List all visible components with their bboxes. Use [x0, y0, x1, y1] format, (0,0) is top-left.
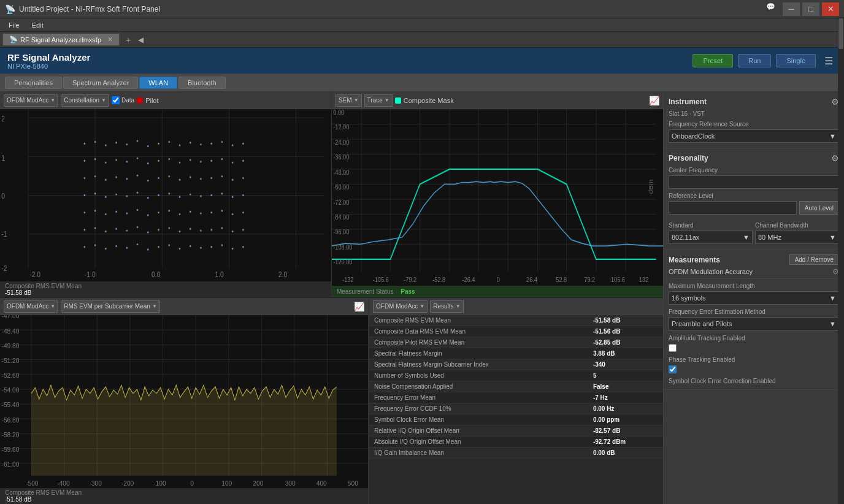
- main-tab[interactable]: 📡 RF Signal Analyzer.rfmxsfp ✕: [2, 33, 120, 46]
- svg-text:1: 1: [1, 154, 5, 162]
- nav-back-icon[interactable]: ◀: [138, 36, 144, 44]
- freq-ref-value: OnboardClock: [672, 132, 715, 140]
- svg-point-89: [242, 212, 244, 213]
- results-modacc-selector[interactable]: OFDM ModAcc ▼: [373, 300, 428, 313]
- close-button[interactable]: ✕: [822, 2, 839, 16]
- sem-label: SEM: [339, 97, 352, 104]
- svg-point-71: [221, 193, 223, 194]
- svg-point-36: [190, 159, 191, 161]
- svg-text:2.0: 2.0: [278, 270, 287, 278]
- amplitude-tracking-checkbox[interactable]: [669, 344, 677, 352]
- svg-text:-12.00: -12.00: [333, 123, 349, 131]
- sem-selector[interactable]: SEM ▼: [336, 94, 362, 107]
- svg-point-59: [94, 193, 96, 194]
- data-label: Data: [121, 97, 134, 104]
- svg-point-112: [147, 248, 149, 250]
- sem-expand-icon[interactable]: 📈: [649, 96, 659, 105]
- center-freq-input[interactable]: 2.412000000 GHz: [669, 175, 839, 189]
- channel-bw-dropdown[interactable]: 80 MHz ▼: [755, 231, 839, 244]
- results-type-label: Results: [433, 303, 453, 310]
- svg-point-60: [105, 196, 107, 198]
- max-meas-length-dropdown[interactable]: 16 symbols ▼: [669, 291, 839, 305]
- results-type-selector[interactable]: Results ▼: [430, 300, 463, 313]
- header-menu-icon[interactable]: ☰: [821, 53, 837, 69]
- run-button[interactable]: Run: [738, 54, 771, 67]
- data-checkbox-label[interactable]: Data: [112, 96, 134, 104]
- result-name: Composite Pilot RMS EVM Mean: [369, 337, 588, 348]
- svg-point-30: [126, 161, 128, 162]
- svg-point-104: [232, 231, 234, 232]
- freq-error-est-label: Frequency Error Estimation Method: [669, 308, 839, 315]
- svg-rect-132: [332, 109, 663, 272]
- tab-close-icon[interactable]: ✕: [107, 36, 113, 44]
- data-checkbox[interactable]: [112, 96, 120, 104]
- svg-point-64: [147, 197, 149, 199]
- minimize-button[interactable]: ─: [783, 2, 800, 16]
- sem-panel: SEM ▼ Trace ▼ Composite Mask 📈: [332, 92, 663, 297]
- evm-type-arrow: ▼: [152, 304, 157, 309]
- svg-text:-60.00: -60.00: [333, 183, 349, 191]
- evm-type-label: RMS EVM per Subcarrier Mean: [64, 303, 150, 310]
- svg-text:-105.6: -105.6: [373, 276, 389, 283]
- svg-point-57: [242, 177, 244, 179]
- phase-tracking-checkbox[interactable]: [669, 365, 677, 373]
- preset-button[interactable]: Preset: [692, 54, 733, 67]
- spectrum-analyzer-button[interactable]: Spectrum Analyzer: [63, 77, 138, 89]
- svg-point-84: [190, 211, 191, 213]
- result-name: Number of Symbols Used: [369, 370, 588, 381]
- trace-selector[interactable]: Trace ▼: [364, 94, 393, 107]
- measurements-header: Measurements Add / Remove: [669, 254, 839, 265]
- freq-error-est-dropdown[interactable]: Preamble and Pilots ▼: [669, 317, 839, 330]
- svg-point-107: [94, 244, 96, 246]
- svg-text:-96.00: -96.00: [333, 229, 349, 236]
- auto-level-button[interactable]: Auto Level: [799, 201, 839, 215]
- svg-text:-79.2: -79.2: [404, 276, 416, 283]
- constellation-selector[interactable]: Constellation ▼: [61, 94, 109, 107]
- modacc-selector-1[interactable]: OFDM ModAcc ▼: [4, 94, 58, 107]
- ref-level-input[interactable]: -0.00 dBm: [669, 201, 797, 215]
- svg-point-62: [126, 195, 128, 197]
- svg-point-103: [221, 227, 223, 229]
- evm-toolbar: OFDM ModAcc ▼ RMS EVM per Subcarrier Mea…: [0, 298, 368, 315]
- result-name: Symbol Clock Error Mean: [369, 414, 588, 426]
- svg-point-41: [242, 160, 244, 162]
- svg-point-52: [190, 176, 191, 178]
- chat-icon[interactable]: 💬: [761, 2, 780, 16]
- center-freq-label: Center Frequency: [669, 167, 839, 174]
- evm-type-selector[interactable]: RMS EVM per Subcarrier Mean ▼: [61, 300, 160, 313]
- amplitude-tracking-row: [669, 344, 839, 352]
- personalities-button[interactable]: Personalities: [5, 77, 62, 89]
- svg-text:200: 200: [253, 480, 263, 487]
- svg-point-37: [200, 161, 202, 162]
- evm-expand-icon[interactable]: 📈: [354, 302, 364, 311]
- svg-text:500: 500: [348, 480, 358, 487]
- svg-point-26: [83, 160, 85, 162]
- maximize-button[interactable]: □: [802, 2, 819, 16]
- evm-modacc-label: OFDM ModAcc: [7, 303, 48, 310]
- measurement-status-bar: Measurement Status Pass: [332, 286, 663, 297]
- add-tab-button[interactable]: +: [121, 33, 136, 47]
- menu-edit[interactable]: Edit: [26, 20, 50, 30]
- bluetooth-button[interactable]: Bluetooth: [178, 77, 225, 89]
- svg-text:105.6: 105.6: [611, 276, 625, 283]
- svg-text:-108.00: -108.00: [333, 243, 352, 251]
- constellation-label: Constellation: [64, 97, 99, 104]
- wlan-button[interactable]: WLAN: [139, 77, 177, 89]
- svg-text:0.0: 0.0: [152, 270, 160, 278]
- standard-dropdown[interactable]: 802.11ax ▼: [669, 231, 753, 244]
- constellation-footer-label: Composite RMS EVM Mean: [5, 283, 82, 289]
- results-modacc-arrow: ▼: [420, 304, 424, 309]
- freq-ref-dropdown[interactable]: OnboardClock ▼: [669, 129, 839, 143]
- evm-modacc-selector[interactable]: OFDM ModAcc ▼: [4, 300, 58, 313]
- svg-text:-54.00: -54.00: [2, 387, 20, 394]
- evm-footer-value: -51.58 dB: [5, 496, 31, 503]
- result-name: Absolute I/Q Origin Offset Mean: [369, 437, 588, 448]
- results-toolbar: OFDM ModAcc ▼ Results ▼: [369, 298, 663, 315]
- menu-bar: File Edit: [0, 18, 844, 32]
- svg-point-58: [83, 194, 85, 196]
- standard-arrow: ▼: [743, 234, 750, 241]
- svg-point-25: [242, 143, 244, 145]
- menu-file[interactable]: File: [2, 20, 26, 30]
- single-button[interactable]: Single: [776, 54, 816, 67]
- add-remove-button[interactable]: Add / Remove: [789, 254, 839, 265]
